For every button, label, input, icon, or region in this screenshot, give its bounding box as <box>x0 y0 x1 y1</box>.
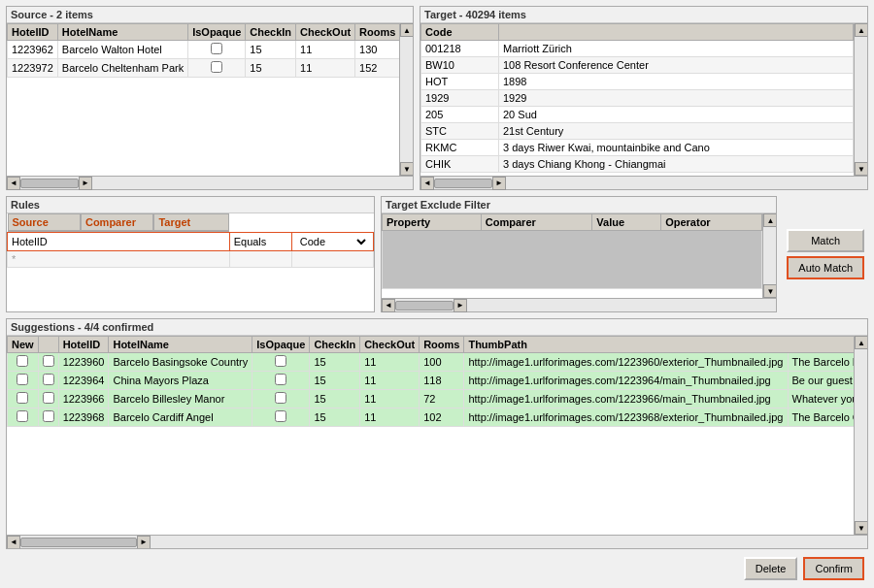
suggestions-vscroll-up[interactable]: ▲ <box>855 336 867 349</box>
target-table-row[interactable]: HOT1898 <box>421 74 854 90</box>
rules-target-select[interactable]: Code <box>296 235 369 248</box>
rules-col-source[interactable]: Source <box>8 213 81 231</box>
target-table-row[interactable]: CHIK3 days Chiang Khong - Chiangmai <box>421 156 854 173</box>
sugg-isopaque-checkbox[interactable] <box>275 355 286 367</box>
suggestions-vscroll-track[interactable] <box>855 349 867 521</box>
source-col-hotelid[interactable]: HotelID <box>8 24 58 41</box>
target-col-name[interactable] <box>499 24 854 41</box>
sugg-new2-cell[interactable] <box>38 390 58 408</box>
sugg-new2-checkbox[interactable] <box>43 410 54 422</box>
target-vscroll[interactable]: ▲ ▼ <box>854 23 867 176</box>
sugg-col-new2[interactable] <box>38 337 58 353</box>
target-table-row[interactable]: 001218Marriott Zürich <box>421 41 854 57</box>
target-hscroll-left[interactable]: ◄ <box>420 177 434 190</box>
target-table-row[interactable]: STC21st Century <box>421 123 854 140</box>
tef-vscroll-track[interactable] <box>763 227 776 284</box>
target-vscroll-track[interactable] <box>855 37 867 162</box>
sugg-new2-cell[interactable] <box>38 408 58 427</box>
source-col-hotelname[interactable]: HotelName <box>57 24 187 41</box>
source-hscroll-thumb[interactable] <box>20 179 79 188</box>
target-vscroll-up[interactable]: ▲ <box>855 23 867 37</box>
sugg-new1-cell[interactable] <box>8 372 39 390</box>
target-hscroll-thumb[interactable] <box>434 179 492 188</box>
sugg-new1-checkbox[interactable] <box>17 355 28 367</box>
tef-col-comparer[interactable]: Comparer <box>481 214 591 231</box>
suggestions-table-row[interactable]: 1223968Barcelo Cardiff Angel1511102http:… <box>8 408 855 427</box>
tef-col-value[interactable]: Value <box>592 214 661 231</box>
sugg-new2-cell[interactable] <box>38 372 58 390</box>
suggestions-table-row[interactable]: 1223964China Mayors Plaza1511118http://i… <box>8 372 855 390</box>
rules-col-target[interactable]: Target <box>153 213 229 231</box>
rules-cell-target[interactable]: Code <box>291 233 373 251</box>
target-vscroll-down[interactable]: ▼ <box>855 162 867 176</box>
sugg-new1-checkbox[interactable] <box>17 410 28 422</box>
sugg-new1-cell[interactable] <box>8 390 39 408</box>
sugg-new1-cell[interactable] <box>8 353 39 372</box>
sugg-new1-checkbox[interactable] <box>17 392 28 404</box>
rules-col-comparer[interactable]: Comparer <box>81 213 153 231</box>
source-col-rooms[interactable]: Rooms <box>355 24 399 41</box>
source-hscroll-left[interactable]: ◄ <box>7 177 20 190</box>
sugg-isopaque-checkbox[interactable] <box>275 410 286 422</box>
suggestions-vscroll-down[interactable]: ▼ <box>855 521 867 535</box>
suggestions-hscroll-row[interactable]: ◄ ► <box>7 535 867 548</box>
sugg-col-checkin[interactable]: CheckIn <box>310 337 360 353</box>
source-table-row[interactable]: 1223962Barcelo Walton Hotel1511130 <box>8 41 400 59</box>
target-table-row[interactable]: 19291929 <box>421 90 854 107</box>
sugg-new2-cell[interactable] <box>38 353 58 372</box>
suggestions-table-row[interactable]: 1223966Barcelo Billesley Manor151172http… <box>8 390 855 408</box>
source-vscroll-up[interactable]: ▲ <box>400 23 413 37</box>
sugg-new2-checkbox[interactable] <box>43 374 54 385</box>
sugg-col-isopaque[interactable]: IsOpaque <box>252 337 310 353</box>
source-vscroll-down[interactable]: ▼ <box>400 162 413 176</box>
target-table-container[interactable]: Code 001218Marriott ZürichBW10108 Resort… <box>420 23 854 176</box>
target-table-row[interactable]: RKMC3 days Riwer Kwai, mountainbike and … <box>421 140 854 156</box>
target-table-row[interactable]: 20520 Sud <box>421 107 854 123</box>
sugg-col-rooms[interactable]: Rooms <box>420 337 464 353</box>
tef-hscroll-thumb[interactable] <box>395 301 454 310</box>
sugg-col-hotelname[interactable]: HotelName <box>109 337 252 353</box>
confirm-button[interactable]: Confirm <box>803 557 864 580</box>
tef-col-property[interactable]: Property <box>383 214 482 231</box>
source-isopaque-checkbox[interactable] <box>211 61 222 73</box>
source-col-checkin[interactable]: CheckIn <box>246 24 296 41</box>
sugg-new1-cell[interactable] <box>8 408 39 427</box>
sugg-hscroll-right[interactable]: ► <box>137 536 151 549</box>
target-hscroll-row[interactable]: ◄ ► <box>420 176 867 189</box>
tef-hscroll-left[interactable]: ◄ <box>382 299 395 312</box>
target-col-code[interactable]: Code <box>421 24 499 41</box>
tef-hscroll-row[interactable]: ◄ ► <box>382 298 776 311</box>
tef-col-operator[interactable]: Operator <box>661 214 762 231</box>
source-col-checkout[interactable]: CheckOut <box>296 24 355 41</box>
tef-vscroll[interactable]: ▲ ▼ <box>762 213 776 298</box>
sugg-new1-checkbox[interactable] <box>17 374 28 385</box>
tef-hscroll-right[interactable]: ► <box>454 299 467 312</box>
sugg-col-checkout[interactable]: CheckOut <box>360 337 420 353</box>
source-hscroll-right[interactable]: ► <box>79 177 92 190</box>
source-table-container[interactable]: HotelID HotelName IsOpaque CheckIn Check… <box>7 23 399 176</box>
sugg-new2-checkbox[interactable] <box>43 355 54 367</box>
sugg-isopaque-checkbox[interactable] <box>275 392 286 404</box>
source-vscroll-track[interactable] <box>400 37 413 162</box>
suggestions-table-container[interactable]: New HotelID HotelName IsOpaque CheckIn C… <box>7 336 854 535</box>
sugg-hscroll-thumb[interactable] <box>20 538 137 547</box>
source-vscroll[interactable]: ▲ ▼ <box>399 23 413 176</box>
delete-button[interactable]: Delete <box>744 557 798 580</box>
source-isopaque-checkbox[interactable] <box>211 43 222 54</box>
sugg-col-thumbpath[interactable]: ThumbPath <box>464 337 854 353</box>
source-hscroll-row[interactable]: ◄ ► <box>7 176 413 189</box>
match-button[interactable]: Match <box>787 229 864 252</box>
target-table-row[interactable]: BW10108 Resort Conference Center <box>421 57 854 74</box>
auto-match-button[interactable]: Auto Match <box>787 256 864 279</box>
tef-vscroll-up[interactable]: ▲ <box>763 213 776 227</box>
source-col-isopaque[interactable]: IsOpaque <box>188 24 246 41</box>
target-hscroll-right[interactable]: ► <box>492 177 506 190</box>
sugg-isopaque-checkbox[interactable] <box>275 374 286 385</box>
suggestions-vscroll[interactable]: ▲ ▼ <box>854 336 867 535</box>
sugg-new2-checkbox[interactable] <box>43 392 54 404</box>
sugg-hscroll-left[interactable]: ◄ <box>7 536 20 549</box>
tef-vscroll-down[interactable]: ▼ <box>763 284 776 298</box>
suggestions-table-row[interactable]: 1223960Barcelo Basingsoke Country1511100… <box>8 353 855 372</box>
sugg-col-new1[interactable]: New <box>8 337 39 353</box>
source-table-row[interactable]: 1223972Barcelo Cheltenham Park1511152 <box>8 59 400 78</box>
